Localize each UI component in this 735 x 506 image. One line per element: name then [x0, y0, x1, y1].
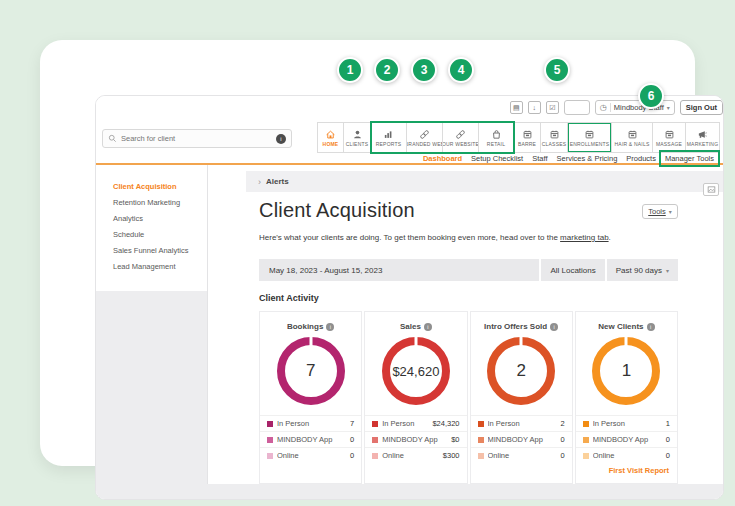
- client-search[interactable]: i: [102, 129, 292, 148]
- tab-home[interactable]: HOME: [317, 122, 344, 153]
- info-icon[interactable]: i: [647, 323, 655, 331]
- marketing-tab-link[interactable]: marketing tab: [560, 233, 608, 242]
- book-icon[interactable]: ▤: [510, 101, 523, 114]
- swatch: [372, 453, 378, 459]
- panel-corner-button[interactable]: [703, 183, 719, 196]
- donut-chart: 2: [487, 337, 555, 405]
- tab-barre[interactable]: BARRE: [513, 122, 541, 153]
- subnav-manager-tools[interactable]: Manager Tools: [665, 154, 714, 163]
- user-menu-dropdown[interactable]: ◷ Mindbody Staff ▾: [595, 100, 675, 115]
- donut-chart: 7: [277, 337, 345, 405]
- tab-retail[interactable]: RETAIL: [478, 122, 514, 153]
- chevron-down-icon: ▾: [666, 267, 669, 274]
- new-clients-card: New Clients i 1 In Person 1: [575, 311, 678, 484]
- annotation-badge-5: 5: [544, 57, 570, 83]
- legend-row: In Person 2: [471, 415, 572, 431]
- section-title: Client Activity: [259, 293, 319, 303]
- sidebar-item-client-acquisition[interactable]: Client Acquisition: [113, 179, 188, 195]
- chart-legend: In Person 1 MINDBODY App 0 Online: [576, 415, 677, 463]
- tab-classes[interactable]: CLASSES: [540, 122, 568, 153]
- chevron-down-icon: ▾: [669, 208, 672, 215]
- sidebar: Client Acquisition Retention Marketing A…: [96, 165, 208, 500]
- filter-bar: May 18, 2023 - August 15, 2023 All Locat…: [259, 259, 678, 281]
- calendar-icon: [549, 129, 560, 140]
- chart-legend: In Person 7 MINDBODY App 0 Online: [260, 415, 361, 463]
- sidebar-item-analytics[interactable]: Analytics: [113, 211, 188, 227]
- period-filter-dropdown[interactable]: Past 90 days ▾: [607, 259, 678, 281]
- legend-row: In Person $24,320: [365, 415, 466, 431]
- info-icon[interactable]: i: [326, 323, 334, 331]
- card-title-row: New Clients i: [576, 312, 677, 332]
- calendar-icon: [584, 129, 595, 140]
- tab-our-website[interactable]: OUR WEBSITE: [442, 122, 479, 153]
- breadcrumb: Alerts: [266, 177, 289, 186]
- legend-row: MINDBODY App 0: [471, 431, 572, 447]
- alerts-breadcrumb-bar[interactable]: › Alerts: [246, 171, 723, 192]
- tab-clients[interactable]: CLIENTS: [343, 122, 371, 153]
- legend-row: Online 0: [260, 447, 361, 463]
- client-activity-cards: Bookings i 7 In Person 7: [259, 311, 678, 484]
- tab-marketing[interactable]: MARKETING: [685, 122, 720, 153]
- legend-row: MINDBODY App 0: [576, 431, 677, 447]
- tab-reports[interactable]: REPORTS: [370, 122, 407, 153]
- metric-total: 7: [306, 361, 315, 381]
- inbox-icon[interactable]: ↓: [528, 101, 541, 114]
- tab-hair-and-nails[interactable]: HAIR & NAILS: [611, 122, 653, 153]
- legend-row: Online 0: [471, 447, 572, 463]
- sidebar-filler: [96, 291, 207, 500]
- link-icon: [419, 129, 430, 140]
- annotation-badge-1: 1: [337, 57, 363, 83]
- tab-enrollments[interactable]: ENROLLMENTS: [567, 122, 612, 153]
- tools-dropdown-button[interactable]: Tools ▾: [642, 204, 678, 219]
- image-icon: [707, 185, 716, 194]
- swatch: [583, 437, 589, 443]
- info-icon[interactable]: i: [550, 323, 558, 331]
- main-panel: Client Acquisition Tools ▾ Here's what y…: [246, 192, 723, 484]
- subnav-products[interactable]: Products: [626, 154, 656, 163]
- sidebar-menu: Client Acquisition Retention Marketing A…: [113, 179, 188, 275]
- swatch: [267, 453, 273, 459]
- tab-massage[interactable]: MASSAGE: [652, 122, 686, 153]
- clock-icon: ◷: [600, 103, 607, 112]
- swatch: [267, 437, 273, 443]
- sign-out-button[interactable]: Sign Out: [680, 100, 723, 115]
- home-subnav: Dashboard Setup Checklist Staff Services…: [423, 152, 714, 164]
- subnav-staff[interactable]: Staff: [532, 154, 547, 163]
- calendar-icon: [522, 129, 533, 140]
- subnav-setup-checklist[interactable]: Setup Checklist: [471, 154, 523, 163]
- swatch: [478, 453, 484, 459]
- main-tab-bar: HOME CLIENTS REPORTS BRANDED WEB: [318, 122, 720, 153]
- legend-row: Online 0: [576, 447, 677, 463]
- donut-chart: 1: [592, 337, 660, 405]
- legend-row: MINDBODY App $0: [365, 431, 466, 447]
- page-footer-strip: [96, 484, 724, 500]
- locations-filter[interactable]: All Locations: [541, 259, 604, 281]
- info-icon[interactable]: i: [424, 323, 432, 331]
- home-icon: [325, 129, 336, 140]
- sidebar-item-schedule[interactable]: Schedule: [113, 227, 188, 243]
- chevron-right-icon: ›: [258, 177, 261, 187]
- chart-legend: In Person 2 MINDBODY App 0 Online: [471, 415, 572, 463]
- swatch: [372, 421, 378, 427]
- card-title-row: Intro Offers Sold i: [471, 312, 572, 332]
- shopping-bag-icon: [491, 129, 502, 140]
- page-background: i ▤ ↓ ☑ ◷ Mindbody Staff ▾ Sign Out: [0, 0, 735, 506]
- legend-row: Online $300: [365, 447, 466, 463]
- link-icon: [455, 129, 466, 140]
- sidebar-item-lead-management[interactable]: Lead Management: [113, 259, 188, 275]
- sidebar-item-sales-funnel-analytics[interactable]: Sales Funnel Analytics: [113, 243, 188, 259]
- annotation-badge-2: 2: [374, 57, 400, 83]
- swatch: [478, 421, 484, 427]
- tab-branded-web[interactable]: BRANDED WEB: [406, 122, 443, 153]
- swatch: [583, 421, 589, 427]
- date-range-display[interactable]: May 18, 2023 - August 15, 2023: [259, 259, 539, 281]
- subnav-services-pricing[interactable]: Services & Pricing: [556, 154, 617, 163]
- subnav-dashboard[interactable]: Dashboard: [423, 154, 462, 163]
- annotation-badge-4: 4: [448, 57, 474, 83]
- sidebar-item-retention-marketing[interactable]: Retention Marketing: [113, 195, 188, 211]
- tasks-icon[interactable]: ☑: [546, 101, 559, 114]
- partially-covered-button[interactable]: [564, 100, 590, 115]
- search-info-icon[interactable]: i: [276, 134, 286, 144]
- search-input[interactable]: [121, 134, 272, 143]
- first-visit-report-link[interactable]: First Visit Report: [576, 463, 677, 478]
